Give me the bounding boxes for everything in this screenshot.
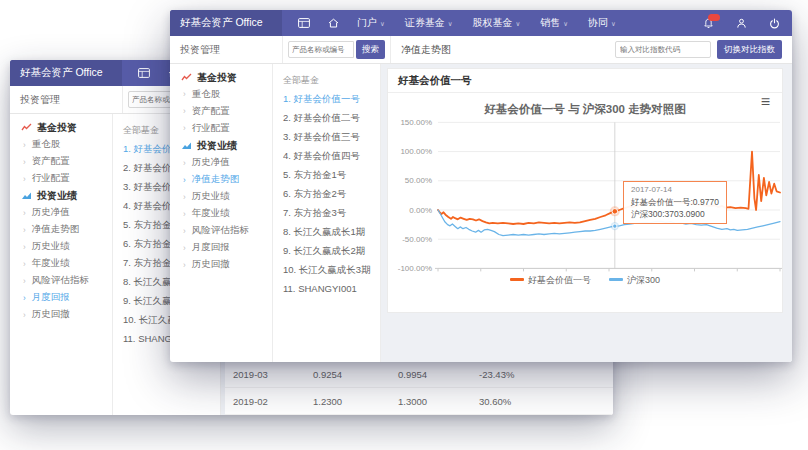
- nav-item-label: 销售: [540, 16, 560, 30]
- fund-list-item[interactable]: 11. SHANGYI001: [283, 279, 380, 298]
- sidebar-item[interactable]: ›净值走势图: [10, 221, 112, 238]
- sidebar-item-label: 净值走势图: [192, 173, 240, 186]
- chevron-down-icon: ∨: [611, 20, 616, 28]
- nav-item[interactable]: 股权基金∨: [473, 16, 521, 30]
- sidebar-item[interactable]: ›资产配置: [170, 103, 272, 120]
- sidebar-item[interactable]: ›净值走势图: [170, 171, 272, 188]
- fund-list-item[interactable]: 3. 好基会价值三号: [283, 127, 380, 146]
- chart-menu-icon[interactable]: ≡: [761, 94, 770, 110]
- top-navbar: 好基会资产 Office 门户∨证券基金∨股权基金∨销售∨协同∨: [170, 10, 792, 36]
- sidebar-item[interactable]: ›历史净值: [10, 204, 112, 221]
- legend-dash: [510, 278, 524, 281]
- fund-list-item[interactable]: 1. 好基会价值一号: [283, 89, 380, 108]
- sidebar-item[interactable]: ›行业配置: [10, 170, 112, 187]
- sidebar-group-label: 基金投资: [197, 71, 237, 85]
- chart-legend: 好基会价值一号沪深300: [388, 274, 782, 287]
- table-cell: 1.3000: [390, 388, 471, 415]
- fund-list-item[interactable]: 8. 长江久赢成长1期: [283, 222, 380, 241]
- sidebar-item-label: 历史净值: [32, 206, 70, 219]
- sidebar-item[interactable]: ›历史回撤: [170, 256, 272, 273]
- chevron-down-icon: ∨: [448, 20, 453, 28]
- user-button[interactable]: [736, 18, 747, 29]
- sidebar-item[interactable]: ›月度回报: [10, 289, 112, 306]
- chevron-right-icon: ›: [183, 157, 186, 168]
- desktop-background: { "colors": { "accent": "#575ca8", "acce…: [0, 0, 808, 450]
- y-axis-label: 50.00%: [405, 176, 432, 185]
- sidebar-item[interactable]: ›历史净值: [170, 154, 272, 171]
- sidebar-group-performance: 投资业绩: [170, 137, 272, 154]
- sidebar-item[interactable]: ›资产配置: [10, 153, 112, 170]
- fund-list-item[interactable]: 2. 好基会价值二号: [283, 108, 380, 127]
- apps-icon[interactable]: [298, 18, 310, 28]
- table-cell: 2019-02: [225, 388, 305, 415]
- sidebar-item-label: 历史业绩: [192, 190, 230, 203]
- tooltip-value: 沪深300:3703.0900: [631, 208, 719, 220]
- sidebar-item[interactable]: ›历史业绩: [170, 188, 272, 205]
- chevron-right-icon: ›: [183, 174, 186, 185]
- fund-list-item[interactable]: 5. 东方拾金1号: [283, 165, 380, 184]
- chevron-right-icon: ›: [23, 139, 26, 150]
- fund-list-item[interactable]: 4. 好基会价值四号: [283, 146, 380, 165]
- chevron-down-icon: ∨: [563, 20, 568, 28]
- sidebar-item-label: 年度业绩: [192, 207, 230, 220]
- chevron-right-icon: ›: [23, 258, 26, 269]
- home-icon[interactable]: [328, 18, 339, 28]
- sidebar-item-label: 年度业绩: [32, 257, 70, 270]
- fund-list-item[interactable]: 6. 东方拾金2号: [283, 184, 380, 203]
- power-button[interactable]: [769, 18, 780, 29]
- sidebar-item-label: 风险评估指标: [192, 224, 249, 237]
- notifications-button[interactable]: [703, 18, 714, 29]
- sidebar-group-performance: 投资业绩: [10, 187, 112, 204]
- line-chart-icon: [181, 73, 192, 82]
- sidebar-item-label: 资产配置: [192, 105, 230, 118]
- chevron-down-icon: ∨: [380, 20, 385, 28]
- chevron-right-icon: ›: [23, 275, 26, 286]
- nav-item[interactable]: 销售∨: [540, 16, 568, 30]
- sidebar-item[interactable]: ›行业配置: [170, 120, 272, 137]
- fund-search-button[interactable]: 搜索: [356, 40, 385, 59]
- sidebar-item[interactable]: ›风险评估指标: [10, 272, 112, 289]
- legend-label: 沪深300: [627, 275, 660, 285]
- sidebar-item[interactable]: ›风险评估指标: [170, 222, 272, 239]
- legend-label: 好基会价值一号: [528, 275, 591, 285]
- sidebar-item[interactable]: ›重仓股: [10, 136, 112, 153]
- series-line: [438, 152, 780, 224]
- sidebar-item[interactable]: ›历史回撤: [10, 306, 112, 323]
- sidebar-group-investment: 基金投资: [170, 69, 272, 86]
- line-chart-icon: [21, 123, 32, 132]
- switch-index-button[interactable]: 切换对比指数: [717, 40, 782, 59]
- app-title: 好基会资产 Office: [170, 10, 282, 36]
- fund-list-item[interactable]: 9. 长江久赢成长2期: [283, 241, 380, 260]
- nav-item[interactable]: 协同∨: [588, 16, 616, 30]
- apps-icon[interactable]: [138, 68, 150, 78]
- nav-item[interactable]: 证券基金∨: [405, 16, 453, 30]
- fund-list-item[interactable]: 7. 东方拾金3号: [283, 203, 380, 222]
- table-cell: -23.43%: [471, 361, 613, 388]
- section-label: 投资管理: [170, 36, 283, 63]
- nav-item[interactable]: 门户∨: [357, 16, 385, 30]
- y-axis-label: 100.00%: [400, 147, 432, 156]
- compare-index-input[interactable]: [615, 41, 711, 58]
- chart-card: 好基会价值一号150.00%100.00%50.00%0.00%-50.00%-…: [387, 68, 783, 313]
- y-axis-label: -100.00%: [398, 264, 432, 273]
- table-cell: 0.9254: [305, 361, 390, 388]
- sidebar-item[interactable]: ›年度业绩: [170, 205, 272, 222]
- sidebar-item[interactable]: ›年度业绩: [10, 255, 112, 272]
- chevron-right-icon: ›: [23, 309, 26, 320]
- legend-item[interactable]: 好基会价值一号: [510, 274, 591, 287]
- tooltip-date: 2017-07-14: [631, 184, 719, 196]
- sidebar-item-label: 重仓股: [192, 88, 221, 101]
- sidebar-item[interactable]: ›历史业绩: [10, 238, 112, 255]
- table-cell: 2019-03: [225, 361, 305, 388]
- chevron-right-icon: ›: [183, 123, 186, 134]
- sidebar-item[interactable]: ›重仓股: [170, 86, 272, 103]
- section-label: 投资管理: [10, 86, 123, 113]
- chart-title: 好基会价值一号 与 沪深300 走势对照图: [388, 102, 782, 117]
- fund-search-input[interactable]: [288, 41, 354, 58]
- legend-item[interactable]: 沪深300: [609, 274, 660, 287]
- sidebar-item[interactable]: ›月度回报: [170, 239, 272, 256]
- table-row: 2019-030.92540.9954-23.43%: [225, 361, 613, 388]
- fund-list-item[interactable]: 10. 长江久赢成长3期: [283, 260, 380, 279]
- sidebar-item-label: 历史业绩: [32, 240, 70, 253]
- chevron-down-icon: ∨: [516, 20, 521, 28]
